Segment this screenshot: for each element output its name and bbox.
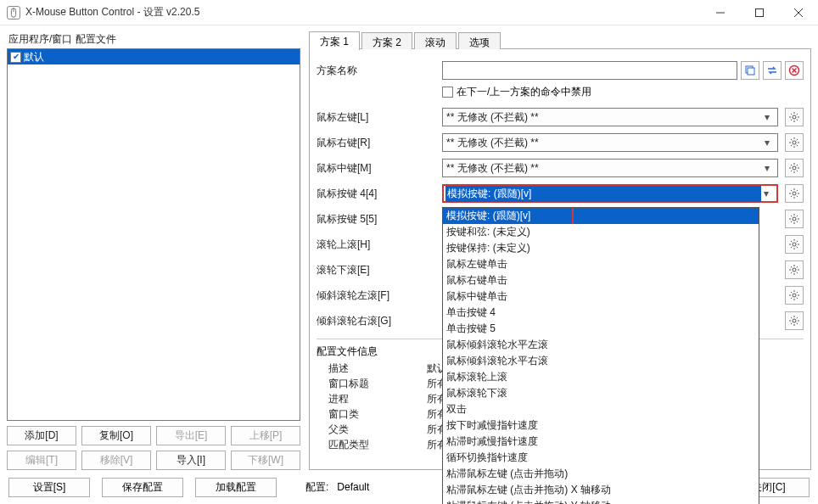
- left-panel: 应用程序/窗口 配置文件 ✔ 默认 添加[D] 复制[O] 导出[E] 上移[P…: [7, 31, 300, 470]
- config-value: Default: [337, 481, 430, 493]
- disable-checkbox[interactable]: [442, 87, 453, 98]
- dropdown-option[interactable]: 鼠标倾斜滚轮水平左滚: [443, 337, 759, 353]
- move-up-button[interactable]: 上移[P]: [231, 426, 300, 445]
- load-config-button[interactable]: 加载配置: [195, 478, 277, 497]
- tiltright-label: 倾斜滚轮右滚[G]: [317, 314, 442, 328]
- svg-line-17: [797, 120, 798, 120]
- tiltright-gear[interactable]: [785, 311, 804, 330]
- svg-line-91: [791, 323, 792, 324]
- svg-line-35: [797, 171, 798, 171]
- titlebar: X-Mouse Button Control - 设置 v2.20.5: [0, 0, 818, 25]
- svg-point-65: [793, 268, 796, 272]
- clear-button[interactable]: [785, 61, 804, 80]
- svg-line-18: [797, 114, 798, 115]
- dropdown-option[interactable]: 按下时减慢指针速度: [443, 417, 759, 434]
- svg-line-19: [791, 120, 792, 120]
- svg-line-46: [791, 196, 792, 197]
- row-btn4: 鼠标按键 4[4] 模拟按键: (跟随)[v]▾: [317, 181, 804, 206]
- left-dropdown[interactable]: ** 无修改 (不拦截) **▾: [442, 108, 778, 126]
- right-gear[interactable]: [785, 133, 804, 152]
- profile-item-default[interactable]: ✔ 默认: [8, 49, 300, 64]
- svg-line-73: [791, 272, 792, 273]
- tab-layer1[interactable]: 方案 1: [309, 31, 360, 50]
- disable-label: 在下一/上一方案的命令中禁用: [457, 85, 591, 99]
- tab-layer2[interactable]: 方案 2: [361, 32, 412, 49]
- row-left: 鼠标左键[L] ** 无修改 (不拦截) **▾: [317, 104, 804, 130]
- svg-line-37: [791, 171, 792, 171]
- remove-button[interactable]: 移除[V]: [81, 451, 151, 470]
- dropdown-option[interactable]: 鼠标滚轮上滚: [443, 369, 759, 385]
- dropdown-option[interactable]: 鼠标左键单击: [443, 256, 759, 272]
- copy-button[interactable]: 复制[O]: [81, 426, 151, 445]
- row-right: 鼠标右键[R] ** 无修改 (不拦截) **▾: [317, 130, 804, 155]
- svg-line-90: [797, 317, 798, 318]
- profile-label: 默认: [24, 50, 44, 64]
- svg-point-83: [793, 319, 796, 322]
- btn5-gear[interactable]: [785, 210, 804, 228]
- middle-dropdown[interactable]: ** 无修改 (不拦截) **▾: [442, 159, 778, 177]
- svg-rect-3: [756, 8, 764, 16]
- svg-line-64: [791, 247, 792, 248]
- dropdown-option[interactable]: 粘滞鼠标左键 (点击并拖动) Y 轴移动: [443, 498, 759, 504]
- left-label: 鼠标左键[L]: [317, 110, 442, 125]
- svg-line-16: [791, 114, 792, 115]
- dropdown-option[interactable]: 单击按键 5: [443, 321, 759, 337]
- tiltleft-label: 倾斜滚轮左滚[F]: [317, 288, 442, 303]
- settings-button[interactable]: 设置[S]: [8, 478, 90, 497]
- right-dropdown[interactable]: ** 无修改 (不拦截) **▾: [442, 133, 778, 152]
- svg-line-26: [797, 145, 798, 146]
- import-button[interactable]: 导入[I]: [156, 451, 226, 470]
- dropdown-option[interactable]: 单击按键 4: [443, 305, 759, 321]
- tab-options[interactable]: 选项: [458, 32, 501, 49]
- edit-button[interactable]: 编辑[T]: [7, 451, 76, 470]
- dropdown-option[interactable]: 模拟按键: (跟随)[v]: [443, 208, 759, 224]
- svg-rect-7: [748, 68, 754, 75]
- svg-line-70: [791, 266, 792, 267]
- dropdown-option[interactable]: 双击: [443, 401, 759, 417]
- svg-line-44: [797, 196, 798, 197]
- svg-line-54: [797, 216, 798, 216]
- row-name: 方案名称: [317, 58, 804, 83]
- btn4-gear[interactable]: [785, 184, 804, 203]
- left-gear[interactable]: [785, 108, 804, 126]
- maximize-button[interactable]: [740, 0, 779, 25]
- profile-list[interactable]: ✔ 默认: [7, 48, 300, 421]
- minimize-button[interactable]: [701, 0, 740, 25]
- right-label: 鼠标右键[R]: [317, 136, 442, 150]
- svg-line-43: [791, 190, 792, 191]
- name-input[interactable]: [442, 61, 737, 80]
- close-button[interactable]: [779, 0, 818, 25]
- dropdown-option[interactable]: 鼠标中键单击: [443, 288, 759, 305]
- move-down-button[interactable]: 下移[W]: [231, 451, 300, 470]
- middle-gear[interactable]: [785, 159, 804, 177]
- row-middle: 鼠标中键[M] ** 无修改 (不拦截) **▾: [317, 155, 804, 181]
- dropdown-option[interactable]: 循环切换指针速度: [443, 450, 759, 466]
- svg-point-47: [793, 217, 796, 221]
- window-title: X-Mouse Button Control - 设置 v2.20.5: [25, 5, 701, 20]
- dropdown-option[interactable]: 粘滞鼠标左键 (点击并拖动): [443, 466, 759, 482]
- tab-scroll[interactable]: 滚动: [414, 32, 457, 49]
- svg-point-38: [793, 192, 796, 195]
- dropdown-option[interactable]: 鼠标滚轮下滚: [443, 385, 759, 401]
- svg-line-89: [797, 323, 798, 324]
- save-config-button[interactable]: 保存配置: [102, 478, 183, 497]
- dropdown-option[interactable]: 粘滞鼠标左键 (点击并拖动) X 轴移动: [443, 482, 759, 498]
- dropdown-option[interactable]: 鼠标倾斜滚轮水平右滚: [443, 353, 759, 369]
- dropdown-option[interactable]: 鼠标右键单击: [443, 272, 759, 288]
- chevron-down-icon: ▾: [760, 137, 774, 148]
- export-button[interactable]: 导出[E]: [156, 426, 226, 445]
- add-button[interactable]: 添加[D]: [7, 426, 76, 445]
- copy-name-button[interactable]: [741, 61, 759, 80]
- profile-checkbox[interactable]: ✔: [10, 52, 21, 63]
- dropdown-option[interactable]: 按键和弦: (未定义): [443, 224, 759, 240]
- dropdown-option[interactable]: 按键保持: (未定义): [443, 240, 759, 256]
- wheeldown-gear[interactable]: [785, 260, 804, 279]
- swap-button[interactable]: [763, 61, 782, 80]
- wheelup-gear[interactable]: [785, 235, 804, 254]
- btn4-dropdown[interactable]: 模拟按键: (跟随)[v]▾: [442, 184, 778, 203]
- tiltleft-gear[interactable]: [785, 286, 804, 305]
- wheelup-label: 滚轮上滚[H]: [317, 238, 442, 252]
- dropdown-option[interactable]: 粘滞时减慢指针速度: [443, 434, 759, 450]
- btn4-dropdown-list[interactable]: 模拟按键: (跟随)[v] 按键和弦: (未定义) 按键保持: (未定义) 鼠标…: [442, 207, 759, 504]
- svg-line-53: [797, 221, 798, 222]
